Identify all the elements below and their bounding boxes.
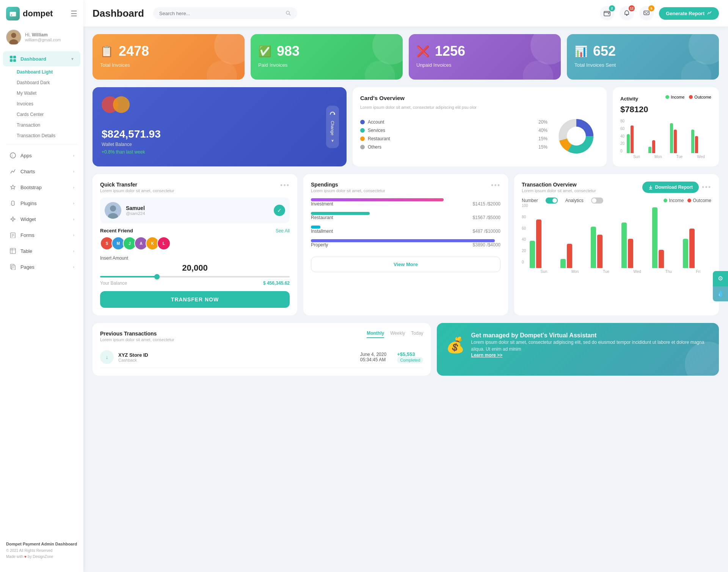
restaurant-bar xyxy=(311,212,370,215)
pages-icon xyxy=(9,263,17,271)
analytics-toggle[interactable] xyxy=(591,197,603,204)
sidebar-submenu-item-6[interactable]: Transaction Details xyxy=(12,130,83,141)
bar-group-wed xyxy=(691,130,711,153)
sidebar-item-bootstrap[interactable]: Bootstrap › xyxy=(3,180,80,195)
hamburger-icon[interactable]: ☰ xyxy=(71,9,77,18)
floating-water-btn[interactable]: 💧 xyxy=(713,286,728,301)
bar-income-tue xyxy=(670,123,673,153)
transfer-user-info: Samuel @sam224 xyxy=(126,205,145,216)
sidebar-item-pages[interactable]: Pages › xyxy=(3,259,80,274)
quick-transfer-subtitle: Lorem ipsum dolor sit amet, consectetur xyxy=(100,188,174,193)
sidebar-submenu-item-4[interactable]: Cards Center xyxy=(12,109,83,120)
sidebar-item-charts[interactable]: Charts › xyxy=(3,164,80,179)
wallet-btn[interactable]: 2 xyxy=(600,6,614,20)
spendings-card: Spendings Lorem ipsum dolor sit amet, co… xyxy=(303,174,508,315)
avatar xyxy=(6,30,21,45)
card-overview-card: Card's Overview Lorem ipsum dolor sit am… xyxy=(353,87,607,166)
bar-outcome-mon xyxy=(652,140,655,153)
va-text: Get managed by Dompet's Virtual Assistan… xyxy=(471,332,710,358)
va-title: Get managed by Dompet's Virtual Assistan… xyxy=(471,332,710,339)
plugins-arrow-icon: › xyxy=(73,201,74,205)
txn-overview-subtitle: Lorem ipsum dolor sit amet, consectetur xyxy=(522,188,596,193)
svg-rect-26 xyxy=(12,265,15,270)
sidebar-item-label-bootstrap: Bootstrap xyxy=(20,185,69,190)
svg-rect-31 xyxy=(604,11,610,16)
search-icon xyxy=(286,10,291,16)
sidebar-submenu-item-5[interactable]: Transaction xyxy=(12,120,83,130)
svg-rect-6 xyxy=(10,56,13,58)
svg-point-39 xyxy=(110,205,116,212)
tab-monthly[interactable]: Monthly xyxy=(367,331,384,338)
va-icon: 💰 xyxy=(446,336,465,354)
search-input[interactable] xyxy=(159,11,282,16)
installment-bar xyxy=(311,226,320,229)
sidebar-submenu-item-3[interactable]: Invoices xyxy=(12,99,83,109)
see-all-link[interactable]: See All xyxy=(276,228,290,234)
sidebar-footer: Dompet Payment Admin Dashboard © 2021 Al… xyxy=(0,535,83,566)
sidebar-item-widget[interactable]: Widget › xyxy=(3,212,80,227)
quick-transfer-menu[interactable]: ••• xyxy=(280,182,290,190)
slider-thumb xyxy=(154,274,160,279)
va-desc: Lorem ipsum dolor sit amet, consectetur … xyxy=(471,339,710,353)
legend-services: Services 40% xyxy=(360,128,548,133)
investment-bar xyxy=(311,198,444,201)
user-greeting: Hi, William xyxy=(25,32,61,38)
transaction-overview-card: Transaction Overview Lorem ipsum dolor s… xyxy=(514,174,719,315)
number-toggle[interactable] xyxy=(546,197,558,204)
sidebar-item-apps[interactable]: i Apps › xyxy=(3,148,80,163)
wallet-balance-label: Wallet Balance xyxy=(102,142,337,147)
sidebar-submenu-item-1[interactable]: Dashboard Dark xyxy=(12,77,83,88)
sidebar-item-label-pages: Pages xyxy=(20,264,69,270)
wallet-card: $824,571.93 Wallet Balance +0.8% than la… xyxy=(93,87,347,166)
wallet-change-btn[interactable]: Change xyxy=(326,105,339,148)
txn-amount-col: +$5,553 Completed xyxy=(397,351,423,363)
va-content-row: 💰 Get managed by Dompet's Virtual Assist… xyxy=(446,332,710,358)
bar-income-sun xyxy=(627,134,630,153)
sidebar-item-plugins[interactable]: Plugins › xyxy=(3,196,80,211)
amount-display: 20,000 xyxy=(100,263,290,273)
tab-today[interactable]: Today xyxy=(411,331,423,338)
messages-btn[interactable]: 5 xyxy=(639,6,654,20)
quick-transfer-header: Quick Transfer Lorem ipsum dolor sit ame… xyxy=(100,182,290,193)
va-learn-more-link[interactable]: Learn more >> xyxy=(471,353,710,358)
bar-outcome-tue xyxy=(674,130,677,153)
svg-rect-1 xyxy=(10,12,16,13)
txn-status: Completed xyxy=(397,357,423,363)
floating-settings-btn[interactable]: ⚙ xyxy=(713,271,728,286)
overview-legend: Account 20% Services 40% Restaurant 15% xyxy=(360,119,548,153)
download-report-button[interactable]: Download Report xyxy=(642,182,699,193)
bar-group-sun xyxy=(627,125,647,153)
svg-point-10 xyxy=(10,153,16,158)
user-info: Hi, William william@gmail.com xyxy=(25,32,61,42)
tab-weekly[interactable]: Weekly xyxy=(390,331,405,338)
sidebar-submenu-item-2[interactable]: My Wallet xyxy=(12,88,83,99)
sidebar-item-table[interactable]: Table › xyxy=(3,243,80,259)
sidebar-item-forms[interactable]: Forms › xyxy=(3,227,80,243)
sidebar-item-dashboard[interactable]: Dashboard ▼ xyxy=(3,51,80,66)
sidebar-submenu-item-0[interactable]: Dashboard Light xyxy=(12,67,83,77)
prev-transactions-row: Previous Transactions Lorem ipsum dolor … xyxy=(93,323,719,376)
txn-bar-sun xyxy=(530,219,558,268)
svg-point-2 xyxy=(11,14,12,16)
stat-unpaid-invoices-num: 1256 xyxy=(435,43,465,59)
sidebar-item-label-dashboard: Dashboard xyxy=(20,56,67,62)
page-title: Dashboard xyxy=(93,8,144,19)
main-content: Dashboard 2 12 5 Generate Report xyxy=(83,0,728,572)
svg-point-32 xyxy=(608,13,609,14)
svg-point-37 xyxy=(567,127,586,146)
view-more-button[interactable]: View More xyxy=(311,257,500,272)
spendings-menu[interactable]: ••• xyxy=(491,182,500,190)
notifications-btn[interactable]: 12 xyxy=(620,6,634,20)
transfer-now-button[interactable]: TRANSFER NOW xyxy=(100,291,290,308)
spendings-items: Investment $1415 /$2000 Restaurant $1567… xyxy=(311,198,500,248)
amount-slider[interactable] xyxy=(100,276,290,277)
balance-value: $ 456,345.62 xyxy=(263,281,290,286)
txn-date: June 4, 2020 05:34:45 AM xyxy=(360,352,386,362)
txn-overview-menu[interactable]: ••• xyxy=(702,183,711,191)
sidebar-item-label-charts: Charts xyxy=(20,169,69,174)
legend-others: Others 15% xyxy=(360,144,548,150)
generate-report-button[interactable]: Generate Report xyxy=(659,7,719,20)
transfer-user-card: Samuel @sam224 ✓ xyxy=(100,197,290,223)
legend-dot-services xyxy=(360,128,365,133)
balance-row: Your Balance $ 456,345.62 xyxy=(100,281,290,286)
